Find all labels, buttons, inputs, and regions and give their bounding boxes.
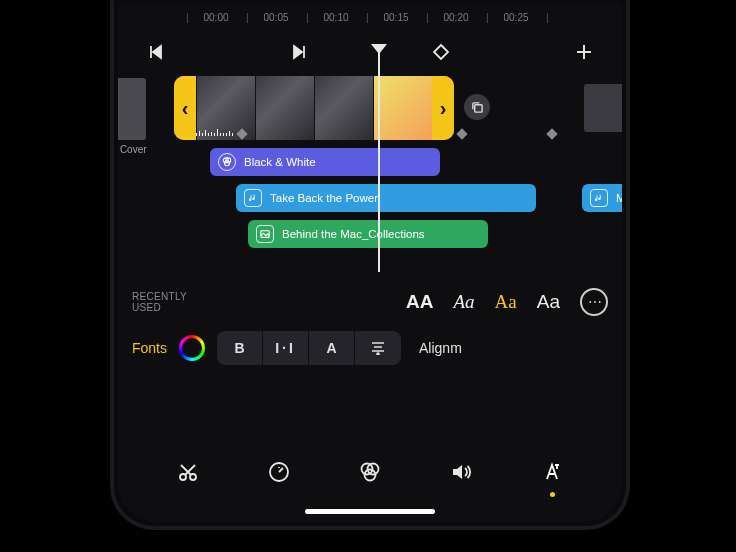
font-sample[interactable]: AA (406, 291, 433, 313)
image-icon (256, 225, 274, 243)
ruler-tick-label: 00:20 (443, 12, 468, 23)
keyframe-marker[interactable] (456, 128, 467, 139)
timeline-area[interactable]: ge Cover ‹ › (118, 74, 622, 274)
ruler-tick-label: 00:10 (323, 12, 348, 23)
video-track: ge Cover ‹ › (118, 74, 622, 142)
color-picker-icon[interactable] (179, 335, 205, 361)
effect-track: Black & White (118, 148, 622, 178)
keyframe-marker[interactable] (546, 128, 557, 139)
volume-tab[interactable] (444, 455, 478, 489)
app-screen: 00:00 00:05 00:10 00:15 00:20 00:25 | | … (118, 4, 622, 522)
cut-tab[interactable] (171, 455, 205, 489)
effect-label: Black & White (244, 156, 316, 168)
spacing-button[interactable]: I·I (263, 331, 309, 365)
clip-thumbnail-prev[interactable] (118, 78, 146, 140)
trim-handle-right[interactable]: › (432, 76, 454, 140)
fonts-tab-label[interactable]: Fonts (132, 340, 167, 356)
trim-handle-left[interactable]: ‹ (174, 76, 196, 140)
svg-rect-0 (474, 104, 481, 111)
timeline-toolbar (118, 30, 622, 74)
text-style-group: B I·I A (217, 331, 401, 365)
ruler-tick-label: 00:15 (383, 12, 408, 23)
bold-button[interactable]: B (217, 331, 263, 365)
clip-waveform (196, 126, 432, 136)
text-tab[interactable] (535, 455, 569, 489)
music-icon (244, 189, 262, 207)
keyframe-icon[interactable] (427, 38, 455, 66)
font-controls-row: Fonts B I·I A Alignm (132, 326, 608, 370)
ruler-tick-label: 00:00 (203, 12, 228, 23)
effect-clip[interactable]: Black & White (210, 148, 440, 176)
font-sample[interactable]: Aa (453, 291, 474, 313)
skip-start-icon[interactable] (142, 38, 170, 66)
add-icon[interactable] (570, 38, 598, 66)
music-icon (590, 189, 608, 207)
speed-tab[interactable] (262, 455, 296, 489)
audio-clip[interactable]: M (582, 184, 622, 212)
alignment-tab-label[interactable]: Alignm (419, 340, 462, 356)
font-preset-row: RECENTLY USED AA Aa Aa Aa ⋯ (132, 282, 608, 322)
audio-track: Take Back the Power M (118, 184, 622, 214)
selected-clip[interactable]: ‹ › (174, 76, 454, 140)
filters-icon (218, 153, 236, 171)
bottom-tab-bar (118, 446, 622, 498)
more-fonts-icon[interactable]: ⋯ (580, 288, 608, 316)
ruler-tick-label: 00:25 (503, 12, 528, 23)
audio-label: Take Back the Power (270, 192, 378, 204)
clip-thumbnail-next[interactable] (584, 84, 622, 132)
recently-used-label: RECENTLY USED (132, 291, 187, 313)
caps-button[interactable]: A (309, 331, 355, 365)
duplicate-icon[interactable] (464, 94, 490, 120)
font-sample-active[interactable]: Aa (495, 291, 517, 313)
audio-label: M (616, 192, 622, 204)
overlay-label: Behind the Mac_Collections (282, 228, 425, 240)
align-lines-icon[interactable] (355, 331, 401, 365)
audio-clip[interactable]: Take Back the Power (236, 184, 536, 212)
home-indicator[interactable] (305, 509, 435, 514)
font-sample[interactable]: Aa (537, 291, 560, 313)
phone-frame: 00:00 00:05 00:10 00:15 00:20 00:25 | | … (110, 0, 630, 530)
time-ruler[interactable]: 00:00 00:05 00:10 00:15 00:20 00:25 | | … (118, 4, 622, 30)
svg-point-5 (377, 353, 379, 355)
overlay-track: Behind the Mac_Collections (118, 220, 622, 250)
overlay-clip[interactable]: Behind the Mac_Collections (248, 220, 488, 248)
fonts-panel: RECENTLY USED AA Aa Aa Aa ⋯ Fonts B I·I … (118, 274, 622, 370)
skip-end-icon[interactable] (285, 38, 313, 66)
filters-tab[interactable] (353, 455, 387, 489)
ruler-tick-label: 00:05 (263, 12, 288, 23)
